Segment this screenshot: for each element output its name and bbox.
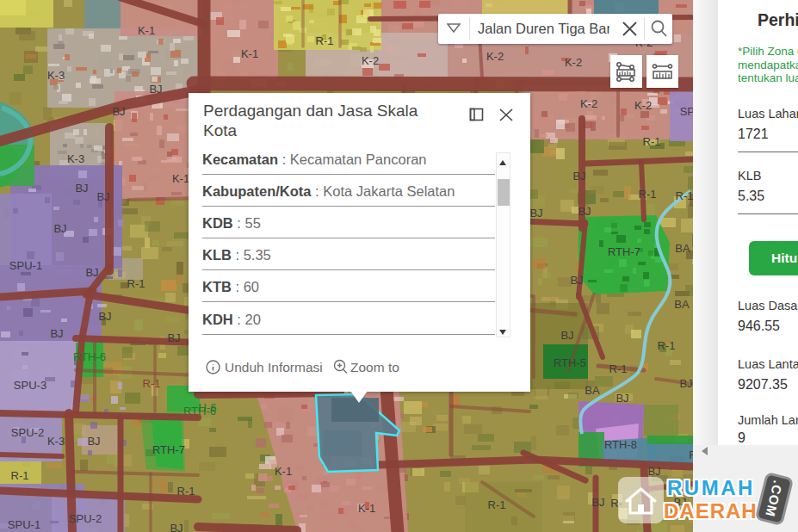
svg-text:SPU-3: SPU-3	[14, 379, 46, 392]
svg-text:BA: BA	[675, 242, 690, 255]
svg-text:BJ: BJ	[167, 331, 180, 344]
svg-text:R-1: R-1	[609, 362, 628, 375]
svg-text:K-2: K-2	[634, 99, 652, 112]
svg-text:R-1: R-1	[643, 135, 661, 148]
svg-text:K-3: K-3	[67, 152, 84, 165]
svg-text:SPU: SPU	[680, 105, 693, 118]
svg-text:SPU-2: SPU-2	[69, 512, 102, 525]
svg-text:BJ: BJ	[578, 205, 591, 218]
svg-text:BJ: BJ	[75, 182, 88, 195]
svg-text:R-1: R-1	[676, 189, 693, 202]
svg-text:BJ: BJ	[529, 207, 542, 220]
svg-text:R-1: R-1	[177, 485, 195, 498]
svg-text:R-1: R-1	[639, 188, 657, 201]
svg-text:BJ: BJ	[98, 310, 111, 323]
svg-text:RTH-6: RTH-6	[73, 350, 106, 363]
svg-text:R-1: R-1	[658, 339, 676, 352]
svg-text:SPU-2: SPU-2	[11, 426, 44, 439]
svg-text:BJ: BJ	[679, 377, 692, 390]
svg-text:RTH-5: RTH-5	[554, 356, 586, 369]
svg-text:K-3: K-3	[47, 435, 65, 448]
svg-text:BJ: BJ	[112, 105, 125, 118]
svg-text:BA: BA	[674, 298, 690, 311]
svg-text:SPU-1: SPU-1	[9, 259, 42, 272]
svg-text:BJ: BJ	[170, 522, 182, 532]
svg-text:BJ: BJ	[85, 266, 98, 279]
svg-text:BJ: BJ	[647, 465, 660, 478]
svg-text:BJ: BJ	[616, 392, 628, 405]
svg-text:BJ: BJ	[572, 170, 585, 182]
svg-text:RTH-8: RTH-8	[604, 438, 637, 451]
svg-text:BJ: BJ	[591, 496, 604, 509]
svg-text:BJ: BJ	[87, 435, 100, 448]
svg-text:K-1: K-1	[172, 172, 189, 185]
svg-text:R-1: R-1	[143, 377, 161, 390]
svg-text:K-1: K-1	[275, 465, 292, 478]
svg-text:K-1: K-1	[241, 47, 258, 60]
svg-text:R-1: R-1	[316, 34, 334, 47]
svg-text:K-1: K-1	[138, 24, 155, 37]
svg-text:K-2: K-2	[486, 50, 504, 63]
svg-text:H-6: H-6	[199, 401, 217, 414]
svg-text:RTH-7: RTH-7	[152, 443, 185, 456]
svg-text:K-2: K-2	[565, 56, 582, 69]
svg-text:RTH-7: RTH-7	[608, 245, 640, 258]
svg-text:R-1: R-1	[488, 498, 506, 511]
svg-text:BJ: BJ	[149, 83, 162, 96]
svg-text:K-2: K-2	[580, 97, 597, 110]
svg-text:BA: BA	[585, 384, 600, 397]
svg-text:SPU-1: SPU-1	[8, 518, 40, 531]
svg-text:BJ: BJ	[560, 329, 573, 342]
svg-text:K-3: K-3	[47, 69, 65, 82]
svg-text:K-1: K-1	[358, 502, 375, 515]
svg-text:K-2: K-2	[362, 54, 379, 67]
svg-text:BJ: BJ	[96, 190, 109, 203]
svg-text:R-1: R-1	[11, 469, 29, 482]
svg-text:BJ: BJ	[570, 274, 583, 287]
svg-text:R-1: R-1	[127, 277, 145, 290]
svg-text:BJ: BJ	[53, 222, 66, 235]
svg-text:BJ: BJ	[50, 327, 63, 340]
